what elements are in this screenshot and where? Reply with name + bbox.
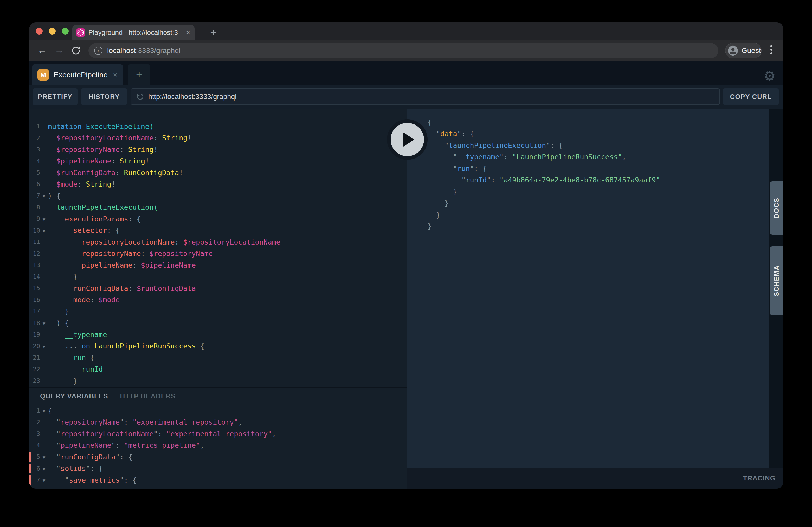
code-text: $repositoryLocationName: String! <box>48 134 192 142</box>
code-text: $runConfigData: RunConfigData! <box>48 169 183 177</box>
code-line: 2 "repositoryName": "experimental_reposi… <box>29 417 407 428</box>
browser-menu-icon[interactable] <box>770 45 772 54</box>
code-text: ... on LaunchPipelineRunSuccess { <box>48 342 204 350</box>
line-number: 11 <box>29 239 40 245</box>
code-text: ) { <box>48 192 61 200</box>
fold-spacer <box>40 357 48 358</box>
fold-spacer <box>40 161 48 162</box>
execute-button[interactable] <box>387 119 427 160</box>
response-viewer[interactable]: ▾{▾ "data": {▾ "launchPipelineExecution"… <box>407 109 769 468</box>
minimize-window-button[interactable] <box>49 28 56 34</box>
browser-tab[interactable]: Playground - http://localhost:3 × <box>72 25 194 40</box>
fold-arrow-icon[interactable]: ▾ <box>40 465 48 472</box>
code-text: repositoryLocationName: $repositoryLocat… <box>48 238 280 246</box>
fold-arrow-icon[interactable]: ▾ <box>40 319 48 327</box>
graphql-favicon-icon <box>76 28 85 36</box>
code-line: 13 pipelineName: $pipelineName <box>29 259 407 271</box>
window-controls <box>36 28 69 34</box>
reload-icon[interactable] <box>71 45 81 56</box>
prettify-button[interactable]: PRETTIFY <box>33 88 77 105</box>
close-icon[interactable]: × <box>113 71 118 79</box>
tab-schema[interactable]: SCHEMA <box>770 246 783 315</box>
side-tab-strip: DOCS SCHEMA <box>769 109 783 468</box>
forward-icon[interactable]: → <box>55 45 64 56</box>
fold-arrow-icon[interactable]: ▾ <box>40 407 48 414</box>
avatar-icon <box>727 45 738 56</box>
tab-query-variables[interactable]: QUERY VARIABLES <box>40 392 108 400</box>
fold-arrow-icon[interactable]: ▾ <box>40 192 48 199</box>
info-icon[interactable]: i <box>94 46 102 55</box>
code-text: } <box>427 199 449 207</box>
zoom-window-button[interactable] <box>62 28 69 34</box>
fold-spacer <box>412 168 420 169</box>
play-icon <box>403 133 414 147</box>
code-line: 12 repositoryName: $repositoryName <box>29 248 407 260</box>
history-button[interactable]: HISTORY <box>81 88 127 105</box>
playground-tab-bar: M ExecutePipeline × + ⚙ <box>29 61 783 85</box>
settings-gear-icon[interactable]: ⚙ <box>764 69 776 82</box>
fold-spacer <box>40 172 48 173</box>
code-text: "runConfigData": { <box>48 453 132 461</box>
new-tab-icon[interactable]: + <box>210 26 217 39</box>
tab-http-headers[interactable]: HTTP HEADERS <box>120 392 176 400</box>
fold-arrow-icon[interactable]: ▾ <box>40 453 48 461</box>
code-line: 3 $repositoryName: String! <box>29 144 407 155</box>
code-line: 21 run { <box>29 352 407 363</box>
line-number: 4 <box>29 442 40 449</box>
query-variables-editor[interactable]: 1▾{2 "repositoryName": "experimental_rep… <box>29 404 407 488</box>
code-line: 15 runConfigData: $runConfigData <box>29 283 407 294</box>
fold-spacer <box>40 311 48 312</box>
line-number: 7 <box>29 192 40 199</box>
playground-tab-title: ExecutePipeline <box>54 71 108 79</box>
line-number: 21 <box>29 354 40 361</box>
line-number: 15 <box>29 285 40 291</box>
code-line: } <box>407 197 769 209</box>
fold-arrow-icon[interactable]: ▾ <box>40 343 48 350</box>
code-text: } <box>48 377 77 385</box>
new-playground-tab-icon[interactable]: + <box>128 64 150 85</box>
code-text: } <box>48 273 77 281</box>
fold-spacer <box>40 253 48 254</box>
code-line: 5 $runConfigData: RunConfigData! <box>29 167 407 179</box>
url-bar[interactable]: i localhost:3333/graphql <box>88 43 719 58</box>
code-text: $pipelineName: String! <box>48 157 149 165</box>
close-window-button[interactable] <box>36 28 43 34</box>
code-line: 23 } <box>29 375 407 387</box>
fold-spacer <box>40 265 48 266</box>
code-line: 9▾ executionParams: { <box>29 213 407 225</box>
code-text: "launchPipelineExecution": { <box>427 141 563 149</box>
close-icon[interactable]: × <box>186 29 190 36</box>
code-text: executionParams: { <box>48 215 141 223</box>
fold-spacer <box>412 226 420 227</box>
tracing-toggle[interactable]: TRACING <box>743 474 775 482</box>
code-line: } <box>407 209 769 221</box>
code-line: 2 $repositoryLocationName: String! <box>29 132 407 144</box>
fold-spacer <box>40 422 48 423</box>
code-line: 10▾ selector: { <box>29 225 407 237</box>
fold-arrow-icon[interactable]: ▾ <box>40 227 48 234</box>
code-text: selector: { <box>48 226 120 235</box>
back-icon[interactable]: ← <box>38 45 47 56</box>
fold-arrow-icon[interactable]: ▾ <box>40 476 48 484</box>
tab-docs[interactable]: DOCS <box>770 181 783 235</box>
query-editor[interactable]: 1mutation ExecutePipeline(2 $repositoryL… <box>29 109 407 387</box>
code-line: ▾ "launchPipelineExecution": { <box>407 139 769 151</box>
code-text: $repositoryName: String! <box>48 146 158 154</box>
url-path: :3333/graphql <box>136 46 180 55</box>
code-text: "pipelineName": "metrics_pipeline", <box>48 441 204 449</box>
profile-button[interactable]: Guest <box>725 43 762 59</box>
copy-curl-button[interactable]: COPY CURL <box>723 88 779 105</box>
line-number: 3 <box>29 146 40 153</box>
code-line: 4 "pipelineName": "metrics_pipeline", <box>29 440 407 451</box>
history-reload-icon <box>136 92 145 101</box>
lint-marker <box>29 464 31 473</box>
line-number: 10 <box>29 227 40 234</box>
code-line: 1▾{ <box>29 405 407 417</box>
fold-arrow-icon[interactable]: ▾ <box>40 215 48 223</box>
code-line: 6 $mode: String! <box>29 179 407 190</box>
browser-window: Playground - http://localhost:3 × + ← → … <box>29 22 783 488</box>
endpoint-input[interactable]: http://localhost:3333/graphql <box>131 88 720 105</box>
code-line: 5▾ "runConfigData": { <box>29 451 407 463</box>
playground-tab-executepipeline[interactable]: M ExecutePipeline × <box>32 64 123 85</box>
code-text: $mode: String! <box>48 180 115 188</box>
